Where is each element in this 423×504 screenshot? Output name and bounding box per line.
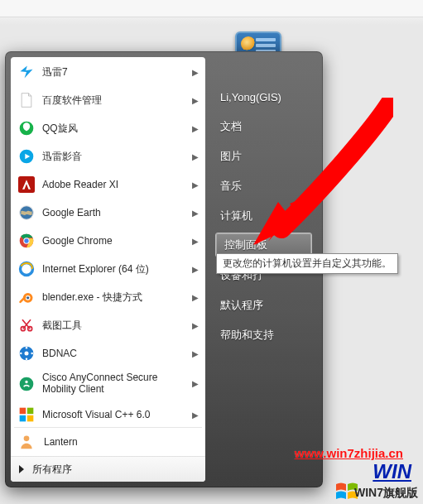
start-menu-left-pane: 迅雷7▶百度软件管理▶QQ旋风▶迅雷影音▶Adobe Reader XI▶Goo… — [11, 57, 205, 482]
svg-point-17 — [26, 347, 28, 349]
program-label: Google Earth — [42, 207, 101, 218]
svg-point-16 — [25, 352, 29, 356]
chevron-right-icon: ▶ — [192, 209, 199, 218]
tooltip-text: 更改您的计算机设置并自定义其功能。 — [223, 257, 392, 269]
program-label: 迅雷影音 — [42, 150, 82, 164]
chevron-right-icon: ▶ — [192, 410, 199, 420]
program-list: 迅雷7▶百度软件管理▶QQ旋风▶迅雷影音▶Adobe Reader XI▶Goo… — [11, 57, 205, 425]
right-link-label: 控制面板 — [224, 238, 267, 252]
program-item[interactable]: 迅雷影音▶ — [11, 142, 205, 170]
person-icon — [17, 433, 36, 451]
right-link-label: 帮助和支持 — [220, 328, 274, 343]
all-programs-button[interactable]: 所有程序 — [11, 456, 205, 482]
right-link-label: 文档 — [220, 119, 242, 134]
program-label: 截图工具 — [42, 319, 82, 333]
chevron-right-icon: ▶ — [192, 237, 199, 246]
chevron-right-icon: ▶ — [192, 379, 199, 389]
chevron-right-icon: ▶ — [192, 152, 199, 161]
chevron-right-icon: ▶ — [192, 68, 199, 77]
right-link[interactable]: 图片 — [210, 142, 317, 171]
right-link-label: 默认程序 — [220, 298, 263, 313]
qq-icon — [17, 119, 36, 137]
chevron-right-icon: ▶ — [192, 96, 199, 105]
program-item[interactable]: Microsoft Visual C++ 6.0▶ — [11, 401, 205, 425]
right-link[interactable]: 帮助和支持 — [210, 320, 317, 350]
cisco-icon — [17, 375, 36, 393]
svg-rect-26 — [27, 415, 34, 422]
msvc-icon — [17, 406, 36, 424]
program-item[interactable]: Cisco AnyConnect Secure Mobility Client▶ — [11, 367, 205, 401]
program-label: 迅雷7 — [42, 65, 68, 79]
chevron-right-icon: ▶ — [192, 180, 199, 190]
program-label: blender.exe - 快捷方式 — [42, 290, 142, 305]
adobe-icon — [17, 175, 36, 194]
desktop: 迅雷7▶百度软件管理▶QQ旋风▶迅雷影音▶Adobe Reader XI▶Goo… — [0, 0, 423, 504]
snip-icon — [17, 316, 36, 334]
page-icon — [17, 91, 36, 109]
pinned-item-lantern[interactable]: Lantern — [11, 428, 205, 456]
program-item[interactable]: 迅雷7▶ — [11, 58, 205, 86]
network-icon — [17, 344, 36, 362]
right-link[interactable]: 默认程序 — [210, 290, 317, 320]
user-name-label: Li,Yong(GIS) — [220, 91, 281, 103]
program-item[interactable]: blender.exe - 快捷方式▶ — [11, 283, 205, 311]
watermark-url[interactable]: www.win7zhijia.cn — [295, 446, 403, 460]
svg-rect-25 — [20, 415, 26, 422]
program-label: QQ旋风 — [42, 122, 78, 136]
all-programs-label: 所有程序 — [32, 463, 72, 477]
program-item[interactable]: QQ旋风▶ — [11, 114, 205, 142]
watermark-brand: WIN — [373, 460, 411, 483]
program-item[interactable]: Internet Explorer (64 位)▶ — [11, 255, 205, 283]
play-icon — [17, 147, 36, 166]
program-label: BDNAC — [42, 348, 77, 359]
chevron-right-icon: ▶ — [192, 265, 199, 274]
right-link[interactable]: 计算机 — [210, 201, 317, 231]
xunlei-bird-icon — [17, 63, 36, 81]
svg-rect-23 — [20, 408, 26, 415]
svg-point-8 — [24, 238, 28, 242]
program-item[interactable]: Google Earth▶ — [11, 199, 205, 227]
svg-point-19 — [20, 353, 22, 355]
chevron-right-icon: ▶ — [192, 321, 199, 330]
program-label: Cisco AnyConnect Secure Mobility Client — [42, 372, 185, 396]
earth-icon — [17, 204, 36, 222]
watermark-edition: WIN7旗舰版 — [354, 486, 418, 501]
program-item[interactable]: Google Chrome▶ — [11, 227, 205, 255]
blender-icon — [17, 288, 36, 306]
ie-icon — [17, 260, 36, 278]
chevron-right-icon: ▶ — [192, 349, 199, 358]
window-top-edge — [0, 0, 423, 17]
chevron-right-icon: ▶ — [192, 293, 199, 302]
right-link-label: 图片 — [220, 149, 242, 164]
tooltip-control-panel: 更改您的计算机设置并自定义其功能。 — [216, 253, 398, 274]
svg-rect-3 — [18, 176, 35, 193]
right-link[interactable]: 文档 — [210, 112, 317, 142]
program-item[interactable]: BDNAC▶ — [11, 339, 205, 367]
svg-point-22 — [25, 381, 27, 383]
program-label: Google Chrome — [42, 235, 113, 247]
triangle-right-icon — [19, 465, 24, 473]
svg-point-18 — [26, 358, 28, 360]
program-label: Internet Explorer (64 位) — [42, 262, 149, 276]
svg-point-20 — [31, 353, 32, 355]
program-label: 百度软件管理 — [42, 94, 102, 108]
program-item[interactable]: Adobe Reader XI▶ — [11, 170, 205, 199]
user-name-link[interactable]: Li,Yong(GIS) — [210, 82, 317, 112]
svg-point-21 — [20, 377, 34, 391]
program-item[interactable]: 百度软件管理▶ — [11, 86, 205, 114]
gauge-icon — [241, 36, 256, 51]
right-link[interactable]: 音乐 — [210, 171, 317, 201]
svg-point-27 — [24, 436, 30, 442]
program-label: Adobe Reader XI — [42, 179, 118, 190]
chrome-icon — [17, 232, 36, 250]
svg-rect-24 — [27, 408, 34, 415]
program-item[interactable]: 截图工具▶ — [11, 311, 205, 339]
chevron-right-icon: ▶ — [192, 124, 199, 133]
pinned-item-label: Lantern — [44, 436, 78, 448]
right-link-label: 音乐 — [220, 179, 242, 194]
program-label: Microsoft Visual C++ 6.0 — [42, 409, 151, 420]
right-link-label: 计算机 — [220, 209, 252, 223]
svg-point-12 — [26, 296, 29, 299]
